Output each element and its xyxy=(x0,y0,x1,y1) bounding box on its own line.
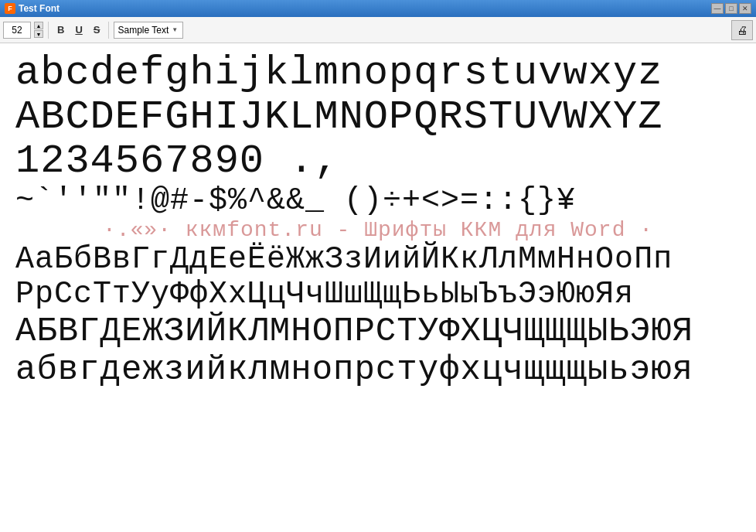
size-up-button[interactable]: ▲ xyxy=(34,22,43,29)
preview-row-uppercase: ABCDEFGHIJKLMNOPQRSTUVWXYZ xyxy=(15,95,741,139)
dropdown-arrow-icon: ▼ xyxy=(172,26,178,33)
divider-2 xyxy=(108,22,109,39)
window-controls: — □ ✕ xyxy=(711,3,751,14)
font-preview-area: abcdefghijklmnopqrstuvwxyz ABCDEFGHIJKLM… xyxy=(0,43,756,532)
close-button[interactable]: ✕ xyxy=(739,3,751,14)
size-spinner: ▲ ▼ xyxy=(34,22,43,38)
divider-1 xyxy=(48,22,49,39)
strikethrough-button[interactable]: S xyxy=(90,22,104,39)
preview-row-cyrillic-upper: АБВГДЕЖЗИЙКЛМНОПРСТУФХЦЧЩЩЩЫЬЭЮЯ xyxy=(15,312,741,350)
underline-button[interactable]: U xyxy=(71,22,86,39)
preview-row-numbers: 1234567890 ., xyxy=(15,139,741,183)
print-button[interactable]: 🖨 xyxy=(731,20,753,40)
preview-row-cyrillic-mixed2: РрСсТтУуФфХхЦцЧчШшЩщЬьЫыЪъЭэЮюЯя xyxy=(15,277,741,312)
app-icon: F xyxy=(5,3,15,14)
size-down-button[interactable]: ▼ xyxy=(34,30,43,38)
preview-row-special: ·.«»· ккмfont.ru - Шрифты ККМ для Word · xyxy=(15,218,741,242)
font-size-input[interactable] xyxy=(3,22,31,39)
preview-row-cyrillic-mixed: АаБбВвГгДдЕеЁёЖжЗзИийЙКкЛлМмНнОоПп xyxy=(15,242,741,277)
title-bar: F Test Font — □ ✕ xyxy=(0,0,756,17)
sample-text-dropdown[interactable]: Sample Text ▼ xyxy=(114,22,183,39)
preview-row-lowercase: abcdefghijklmnopqrstuvwxyz xyxy=(15,51,741,95)
window-title: Test Font xyxy=(19,3,708,14)
toolbar: ▲ ▼ B U S Sample Text ▼ 🖨 xyxy=(0,17,756,43)
print-icon: 🖨 xyxy=(737,24,747,36)
preview-row-cyrillic-lower: абвгдежзийклмнопрстуфхцчщщщыьэюя xyxy=(15,350,741,389)
bold-button[interactable]: B xyxy=(53,22,68,39)
maximize-button[interactable]: □ xyxy=(725,3,737,14)
preview-row-symbols: ~`''""!@#-$%^&&_ ()÷+<>=::{}¥ xyxy=(15,184,741,218)
minimize-button[interactable]: — xyxy=(711,3,724,14)
font-preview: abcdefghijklmnopqrstuvwxyz ABCDEFGHIJKLM… xyxy=(15,51,741,389)
sample-text-label: Sample Text xyxy=(117,25,169,36)
